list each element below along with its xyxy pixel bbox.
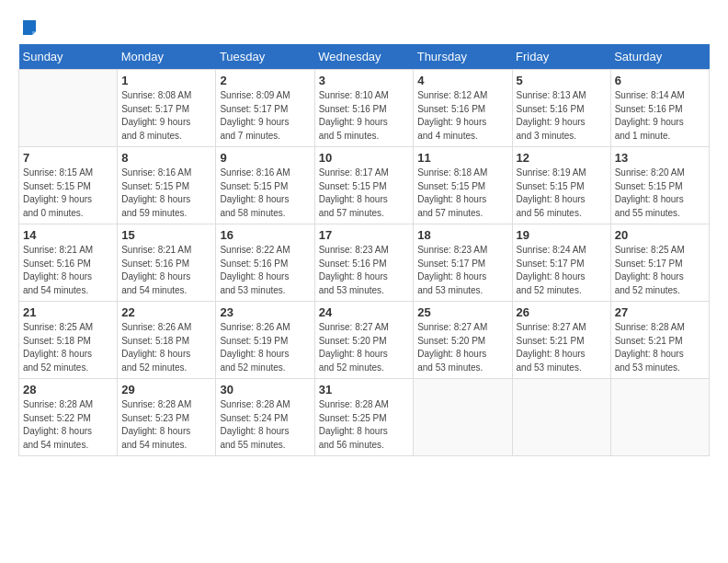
day-info: Sunrise: 8:28 AM Sunset: 5:22 PM Dayligh… (23, 398, 113, 452)
day-number: 24 (319, 305, 410, 319)
week-row-2: 14Sunrise: 8:21 AM Sunset: 5:16 PM Dayli… (19, 224, 710, 302)
calendar-cell: 23Sunrise: 8:26 AM Sunset: 5:19 PM Dayli… (216, 302, 314, 379)
calendar-cell: 9Sunrise: 8:16 AM Sunset: 5:15 PM Daylig… (216, 147, 314, 224)
calendar-cell: 29Sunrise: 8:28 AM Sunset: 5:23 PM Dayli… (118, 379, 216, 456)
day-info: Sunrise: 8:09 AM Sunset: 5:17 PM Dayligh… (220, 89, 310, 143)
day-header-saturday: Saturday (610, 44, 709, 70)
day-number: 5 (517, 74, 607, 87)
day-info: Sunrise: 8:26 AM Sunset: 5:18 PM Dayligh… (121, 321, 211, 374)
day-info: Sunrise: 8:14 AM Sunset: 5:16 PM Dayligh… (615, 89, 705, 143)
calendar-cell: 19Sunrise: 8:24 AM Sunset: 5:17 PM Dayli… (512, 224, 610, 302)
week-row-1: 7Sunrise: 8:15 AM Sunset: 5:15 PM Daylig… (19, 147, 710, 224)
calendar-cell: 27Sunrise: 8:28 AM Sunset: 5:21 PM Dayli… (610, 302, 709, 379)
day-info: Sunrise: 8:24 AM Sunset: 5:17 PM Dayligh… (517, 244, 607, 297)
calendar-cell (610, 379, 709, 456)
calendar-cell: 6Sunrise: 8:14 AM Sunset: 5:16 PM Daylig… (610, 70, 709, 147)
day-number: 22 (121, 305, 211, 319)
day-info: Sunrise: 8:27 AM Sunset: 5:20 PM Dayligh… (319, 321, 410, 374)
day-number: 31 (319, 383, 410, 396)
day-info: Sunrise: 8:17 AM Sunset: 5:15 PM Dayligh… (319, 167, 410, 220)
calendar-cell: 13Sunrise: 8:20 AM Sunset: 5:15 PM Dayli… (610, 147, 709, 224)
calendar-cell: 11Sunrise: 8:18 AM Sunset: 5:15 PM Dayli… (414, 147, 512, 224)
day-header-tuesday: Tuesday (216, 44, 314, 70)
day-number: 7 (23, 151, 113, 165)
day-number: 27 (615, 305, 705, 319)
calendar-cell: 4Sunrise: 8:12 AM Sunset: 5:16 PM Daylig… (414, 70, 512, 147)
day-info: Sunrise: 8:22 AM Sunset: 5:16 PM Dayligh… (220, 244, 310, 297)
svg-marker-1 (32, 31, 36, 35)
calendar-cell: 8Sunrise: 8:16 AM Sunset: 5:15 PM Daylig… (118, 147, 216, 224)
day-number: 10 (319, 151, 410, 165)
day-info: Sunrise: 8:27 AM Sunset: 5:21 PM Dayligh… (517, 321, 607, 374)
day-number: 16 (220, 228, 310, 242)
day-info: Sunrise: 8:27 AM Sunset: 5:20 PM Dayligh… (417, 321, 507, 374)
day-number: 17 (319, 228, 410, 242)
day-header-thursday: Thursday (414, 44, 512, 70)
page-header (18, 18, 710, 35)
calendar-cell: 31Sunrise: 8:28 AM Sunset: 5:25 PM Dayli… (314, 379, 414, 456)
day-info: Sunrise: 8:18 AM Sunset: 5:15 PM Dayligh… (417, 167, 507, 220)
day-number: 13 (615, 151, 705, 165)
calendar-cell: 28Sunrise: 8:28 AM Sunset: 5:22 PM Dayli… (19, 379, 118, 456)
calendar-cell: 1Sunrise: 8:08 AM Sunset: 5:17 PM Daylig… (118, 70, 216, 147)
calendar-cell: 20Sunrise: 8:25 AM Sunset: 5:17 PM Dayli… (610, 224, 709, 302)
calendar-cell (512, 379, 610, 456)
day-info: Sunrise: 8:25 AM Sunset: 5:17 PM Dayligh… (615, 244, 705, 297)
day-info: Sunrise: 8:28 AM Sunset: 5:24 PM Dayligh… (220, 398, 310, 452)
day-number: 25 (417, 305, 507, 319)
day-info: Sunrise: 8:21 AM Sunset: 5:16 PM Dayligh… (23, 244, 113, 297)
day-info: Sunrise: 8:16 AM Sunset: 5:15 PM Dayligh… (121, 167, 211, 220)
day-number: 20 (615, 228, 705, 242)
day-info: Sunrise: 8:12 AM Sunset: 5:16 PM Dayligh… (417, 89, 507, 143)
day-info: Sunrise: 8:16 AM Sunset: 5:15 PM Dayligh… (220, 167, 310, 220)
day-number: 9 (220, 151, 310, 165)
day-info: Sunrise: 8:23 AM Sunset: 5:16 PM Dayligh… (319, 244, 410, 297)
day-number: 8 (121, 151, 211, 165)
day-number: 30 (220, 383, 310, 396)
day-header-wednesday: Wednesday (314, 44, 414, 70)
day-info: Sunrise: 8:15 AM Sunset: 5:15 PM Dayligh… (23, 167, 113, 220)
day-header-friday: Friday (512, 44, 610, 70)
calendar-cell: 25Sunrise: 8:27 AM Sunset: 5:20 PM Dayli… (414, 302, 512, 379)
day-info: Sunrise: 8:20 AM Sunset: 5:15 PM Dayligh… (615, 167, 705, 220)
day-number: 26 (517, 305, 607, 319)
day-number: 6 (615, 74, 705, 87)
day-number: 15 (121, 228, 211, 242)
day-number: 1 (121, 74, 211, 87)
day-number: 28 (23, 383, 113, 396)
day-info: Sunrise: 8:21 AM Sunset: 5:16 PM Dayligh… (121, 244, 211, 297)
day-info: Sunrise: 8:13 AM Sunset: 5:16 PM Dayligh… (517, 89, 607, 143)
day-number: 4 (417, 74, 507, 87)
calendar-cell: 16Sunrise: 8:22 AM Sunset: 5:16 PM Dayli… (216, 224, 314, 302)
logo-icon (19, 18, 40, 39)
days-header-row: SundayMondayTuesdayWednesdayThursdayFrid… (19, 44, 710, 70)
day-number: 21 (23, 305, 113, 319)
calendar-cell: 26Sunrise: 8:27 AM Sunset: 5:21 PM Dayli… (512, 302, 610, 379)
calendar-cell: 22Sunrise: 8:26 AM Sunset: 5:18 PM Dayli… (118, 302, 216, 379)
calendar-cell: 2Sunrise: 8:09 AM Sunset: 5:17 PM Daylig… (216, 70, 314, 147)
calendar-cell: 12Sunrise: 8:19 AM Sunset: 5:15 PM Dayli… (512, 147, 610, 224)
day-header-monday: Monday (118, 44, 216, 70)
calendar-cell: 5Sunrise: 8:13 AM Sunset: 5:16 PM Daylig… (512, 70, 610, 147)
day-info: Sunrise: 8:28 AM Sunset: 5:21 PM Dayligh… (615, 321, 705, 374)
calendar-cell: 15Sunrise: 8:21 AM Sunset: 5:16 PM Dayli… (118, 224, 216, 302)
day-info: Sunrise: 8:19 AM Sunset: 5:15 PM Dayligh… (517, 167, 607, 220)
day-number: 14 (23, 228, 113, 242)
calendar-cell: 24Sunrise: 8:27 AM Sunset: 5:20 PM Dayli… (314, 302, 414, 379)
day-number: 19 (517, 228, 607, 242)
calendar-cell: 17Sunrise: 8:23 AM Sunset: 5:16 PM Dayli… (314, 224, 414, 302)
week-row-3: 21Sunrise: 8:25 AM Sunset: 5:18 PM Dayli… (19, 302, 710, 379)
day-info: Sunrise: 8:28 AM Sunset: 5:25 PM Dayligh… (319, 398, 410, 452)
calendar-cell: 10Sunrise: 8:17 AM Sunset: 5:15 PM Dayli… (314, 147, 414, 224)
calendar-cell: 30Sunrise: 8:28 AM Sunset: 5:24 PM Dayli… (216, 379, 314, 456)
day-number: 2 (220, 74, 310, 87)
day-number: 3 (319, 74, 410, 87)
day-number: 29 (121, 383, 211, 396)
day-number: 18 (417, 228, 507, 242)
calendar-cell: 3Sunrise: 8:10 AM Sunset: 5:16 PM Daylig… (314, 70, 414, 147)
day-info: Sunrise: 8:25 AM Sunset: 5:18 PM Dayligh… (23, 321, 113, 374)
calendar-cell: 21Sunrise: 8:25 AM Sunset: 5:18 PM Dayli… (19, 302, 118, 379)
calendar-cell (414, 379, 512, 456)
week-row-4: 28Sunrise: 8:28 AM Sunset: 5:22 PM Dayli… (19, 379, 710, 456)
day-info: Sunrise: 8:23 AM Sunset: 5:17 PM Dayligh… (417, 244, 507, 297)
